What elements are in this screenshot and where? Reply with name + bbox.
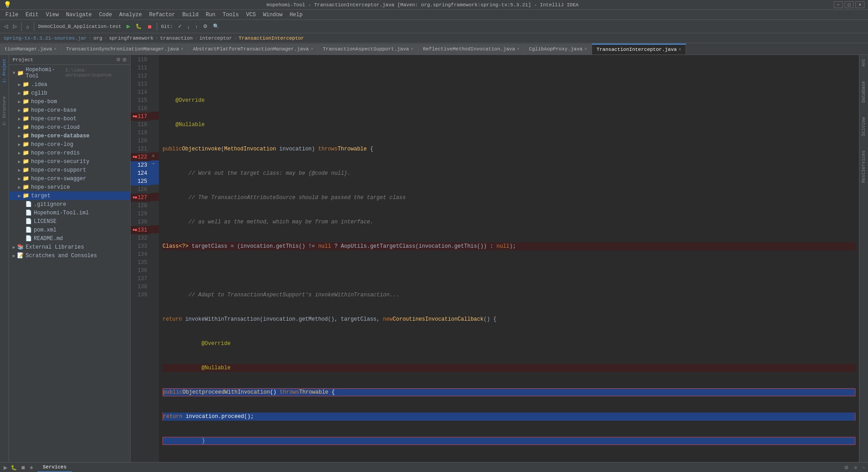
tree-pom[interactable]: 📄 pom.xml	[9, 226, 130, 234]
tree-hope-core-cloud[interactable]: ▶ 📁 hope-core-cloud	[9, 123, 130, 132]
bottom-stop-btn[interactable]: ⏹	[21, 465, 26, 470]
menu-tools[interactable]: Tools	[219, 11, 243, 19]
tree-scratches[interactable]: ▶ 📝 Scratches and Consoles	[9, 251, 130, 260]
tree-hope-core-swagger[interactable]: ▶ 📁 hope-core-swagger	[9, 174, 130, 183]
menu-analyze[interactable]: Analyze	[116, 11, 145, 19]
ant-icon[interactable]: Ant	[860, 57, 867, 68]
database-icon[interactable]: Database	[860, 79, 867, 104]
tab-tionmanager-close[interactable]: ×	[54, 47, 57, 52]
tree-cglib[interactable]: ▶ 📁 cglib	[9, 89, 130, 97]
bottom-settings-btn[interactable]: ⚙	[841, 465, 851, 471]
project-settings-btn[interactable]: ⚙	[116, 57, 121, 63]
code-content[interactable]: @Override @Nullable public Object invoke…	[159, 55, 859, 462]
tab-cglib[interactable]: CglibAopProxy.java ×	[524, 44, 592, 54]
structure-tab-icon[interactable]: 2: Structure	[2, 95, 7, 127]
maximize-button[interactable]: □	[845, 1, 854, 8]
tab-tionmanager[interactable]: tionManager.java ×	[0, 44, 62, 54]
gutter-116	[151, 104, 159, 112]
close-button[interactable]: ×	[855, 1, 864, 8]
project-layout-btn[interactable]: ⊞	[122, 57, 127, 63]
debug-button[interactable]: 🐛	[133, 22, 144, 31]
tab-txsync-close[interactable]: ×	[181, 47, 183, 52]
git-push-btn[interactable]: ↑	[193, 23, 200, 31]
breadcrumb-part5[interactable]: interceptor	[199, 36, 232, 41]
restservices-icon[interactable]: RestServices	[860, 149, 867, 185]
tree-readme[interactable]: 📄 README.md	[9, 234, 130, 243]
bottom-close-btn[interactable]: −	[860, 465, 868, 470]
tab-services[interactable]: Services	[37, 463, 72, 472]
tree-hope-core-boot[interactable]: ▶ 📁 hope-core-boot	[9, 114, 130, 123]
tab-abstractplatform-close[interactable]: ×	[311, 47, 313, 52]
menu-window[interactable]: Window	[259, 11, 286, 19]
hope-core-boot-label: hope-core-boot	[31, 116, 77, 122]
sciview-icon[interactable]: SciView	[860, 115, 867, 138]
tab-txsync[interactable]: TransactionSynchronizationManager.java ×	[62, 44, 189, 54]
favorites-btn[interactable]: ★	[29, 465, 34, 471]
run-button[interactable]: ▶	[124, 22, 132, 31]
tree-hope-service[interactable]: ▶ 📁 hope-service	[9, 183, 130, 191]
project-tree: ▼ 📁 Hopehomi-Tool E:\idea-workspace\hope…	[9, 65, 130, 462]
toolbar-home-btn[interactable]: ⌂	[24, 23, 32, 31]
breadcrumb-part2[interactable]: org	[93, 36, 102, 41]
minimize-button[interactable]: −	[834, 1, 843, 8]
gutter-131	[151, 225, 159, 233]
menu-navigate[interactable]: Navigate	[62, 11, 95, 19]
git-check-btn[interactable]: ✓	[176, 22, 184, 31]
tree-hopehomi-iml[interactable]: 📄 Hopehomi-Tool.iml	[9, 209, 130, 217]
menu-refactor[interactable]: Refactor	[145, 11, 179, 19]
tree-external-libraries[interactable]: ▶ 📚 External Libraries	[9, 243, 130, 251]
toolbar-forward-btn[interactable]: ▷	[11, 22, 19, 31]
tree-hope-core-base[interactable]: ▶ 📁 hope-core-base	[9, 106, 130, 114]
bottom-debug-btn[interactable]: 🐛	[11, 465, 17, 471]
toolbar-sep3	[157, 22, 157, 31]
title-bar-controls[interactable]: − □ ×	[834, 1, 864, 8]
target-expand: ▶	[18, 193, 21, 199]
tab-reflective[interactable]: ReflectiveMethodInvocation.java ×	[418, 44, 524, 54]
ln-134: 134	[131, 250, 151, 259]
menu-edit[interactable]: Edit	[22, 11, 42, 19]
menu-help[interactable]: Help	[286, 11, 306, 19]
menu-vcs[interactable]: VCS	[243, 11, 260, 19]
tree-hope-core-log[interactable]: ▶ 📁 hope-core-log	[9, 140, 130, 149]
menu-view[interactable]: View	[42, 11, 63, 19]
tab-abstractplatform[interactable]: AbstractPlatformTransactionManager.java …	[189, 44, 318, 54]
menu-run[interactable]: Run	[202, 11, 219, 19]
tab-reflective-close[interactable]: ×	[517, 47, 520, 52]
tab-transactioninterceptor[interactable]: TransactionInterceptor.java ×	[592, 44, 686, 54]
tree-idea[interactable]: ▶ 📁 .idea	[9, 80, 130, 89]
tree-gitignore[interactable]: 📄 .gitignore	[9, 200, 130, 209]
ln-123: 123	[131, 161, 151, 169]
tab-txaspect[interactable]: TransactionAspectSupport.java ×	[318, 44, 418, 54]
project-tab-icon[interactable]: 1: Project	[2, 57, 7, 85]
gutter-118	[151, 120, 159, 128]
menu-build[interactable]: Build	[179, 11, 202, 19]
tree-target[interactable]: ▶ 📁 target	[9, 191, 130, 200]
tab-cglib-close[interactable]: ×	[584, 47, 587, 52]
tree-hope-core-redis[interactable]: ▶ 📁 hope-core-redis	[9, 149, 130, 157]
breadcrumb-part6[interactable]: TransactionInterceptor	[239, 36, 304, 41]
tree-hope-core-security[interactable]: ▶ 📁 hope-core-security	[9, 157, 130, 166]
tree-hope-core-support[interactable]: ▶ 📁 hope-core-support	[9, 166, 130, 174]
breadcrumb-part3[interactable]: springframework	[109, 36, 154, 41]
tab-transactioninterceptor-close[interactable]: ×	[678, 47, 681, 52]
tree-hope-bom[interactable]: ▶ 📁 hope-bom	[9, 97, 130, 106]
gutter-120	[151, 136, 159, 144]
menu-file[interactable]: File	[2, 11, 22, 19]
toolbar-settings[interactable]: ⚙	[201, 22, 210, 31]
menu-code[interactable]: Code	[95, 11, 116, 19]
tab-txaspect-close[interactable]: ×	[411, 47, 413, 52]
stop-button[interactable]: ⏹	[145, 23, 154, 31]
ln-133: 133	[131, 242, 151, 250]
tree-root[interactable]: ▼ 📁 Hopehomi-Tool E:\idea-workspace\hope…	[9, 66, 130, 80]
toolbar-back-btn[interactable]: ◁	[2, 22, 10, 31]
toolbar-search[interactable]: 🔍	[211, 22, 222, 31]
ln-130: 130	[131, 218, 151, 226]
breadcrumb-part1[interactable]: spring-tx-5.3.21-sources.jar	[4, 36, 87, 41]
git-update-btn[interactable]: ↓	[185, 23, 192, 31]
gutter-136	[151, 266, 159, 274]
bottom-gear-btn[interactable]: ≡	[851, 465, 859, 470]
tree-license[interactable]: 📄 LICENSE	[9, 217, 130, 226]
bottom-run-btn[interactable]: ▶	[4, 465, 7, 471]
breadcrumb-part4[interactable]: transaction	[160, 36, 193, 41]
tree-hope-core-database[interactable]: ▶ 📁 hope-core-database	[9, 132, 130, 140]
